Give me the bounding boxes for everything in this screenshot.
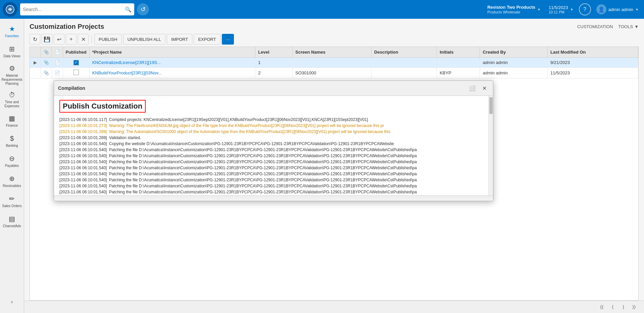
payables-icon: ⊖ xyxy=(9,154,15,163)
row-initials: KBYP xyxy=(437,67,480,78)
sidebar-item-banking[interactable]: $ Banking xyxy=(1,131,23,151)
datetime-chevron-icon: ▼ xyxy=(570,8,574,11)
col-projectname-header: *Project Name xyxy=(89,47,255,58)
company-name: Revision Two Products xyxy=(487,5,535,10)
row-screennames xyxy=(293,58,371,68)
publish-customization-title: Publish Customization xyxy=(59,100,146,113)
sidebar-expand-button[interactable]: › xyxy=(6,296,18,308)
company-selector[interactable]: Revision Two Products Products Wholesale… xyxy=(485,3,543,15)
import-button[interactable]: IMPORT xyxy=(167,34,192,45)
row-expander[interactable] xyxy=(30,67,41,78)
row-attach-icon: 📎 xyxy=(41,67,52,78)
modal-header-actions: ⬜ ✕ xyxy=(467,83,489,93)
sidebar: ★ Favorites ⊞ Data Views ⚙ Material Requ… xyxy=(0,19,24,313)
modal-header: Compilation ⬜ ✕ xyxy=(54,81,493,96)
first-page-button[interactable]: ⟨⟨ xyxy=(597,302,606,312)
log-line: [2023-11-06 06:10:01.540] Patching the f… xyxy=(59,165,488,171)
more-button[interactable]: ··· xyxy=(222,34,234,45)
row-screennames: SO301000 xyxy=(293,67,371,78)
toolbar: ↻ 💾 ↩ + ✕ PUBLISH UNPUBLISH ALL IMPORT E… xyxy=(24,32,644,47)
projects-table: 📎 📄 Published *Project Name Level Screen… xyxy=(30,47,638,78)
row-createdby: admin admin xyxy=(480,58,548,68)
sidebar-item-finance[interactable]: ▦ Finance xyxy=(1,111,23,131)
project-link[interactable]: KNBuildYourProduct[23R1][03Nov... xyxy=(92,70,162,75)
datetime-selector[interactable]: 11/5/2023 10:11 PM ▼ xyxy=(546,4,576,15)
sidebar-item-favorites[interactable]: ★ Favorites xyxy=(1,21,23,42)
prev-page-button[interactable]: ⟨ xyxy=(608,302,617,312)
undo-button[interactable]: ↩ xyxy=(54,34,64,45)
log-line: [2023-11-06 06:10:01.540] Patching the f… xyxy=(59,177,488,183)
customization-link[interactable]: CUSTOMIZATION xyxy=(577,24,613,29)
save-button[interactable]: 💾 xyxy=(42,34,52,45)
table-header-row: 📎 📄 Published *Project Name Level Screen… xyxy=(30,47,638,58)
sidebar-item-payables[interactable]: ⊖ Payables xyxy=(1,151,23,171)
log-line: [2023-11-06 06:10:01.540] Patching the f… xyxy=(59,171,488,177)
log-area: [2023-11-06 06:10:01.117] Compiled proje… xyxy=(59,117,488,195)
compilation-modal: Compilation ⬜ ✕ Publish Customization [2… xyxy=(54,80,493,201)
grid-icon: ⊞ xyxy=(9,45,15,53)
sidebar-label-timeexpenses: Time and Expenses xyxy=(2,100,22,108)
row-expander[interactable]: ▶ xyxy=(30,58,41,68)
add-button[interactable]: + xyxy=(66,34,77,45)
modal-title: Compilation xyxy=(58,85,85,91)
published-checkbox[interactable]: ✓ xyxy=(73,60,79,65)
page-header-actions: CUSTOMIZATION TOOLS ▼ xyxy=(577,24,639,29)
sidebar-item-timeexpenses[interactable]: ⏱ Time and Expenses xyxy=(1,88,23,111)
user-menu[interactable]: 👤 admin admin ▼ xyxy=(594,3,641,16)
pagination-bar: ⟨⟨ ⟨ ⟩ ⟩⟩ xyxy=(24,301,644,313)
modal-maximize-button[interactable]: ⬜ xyxy=(467,83,477,93)
channeladv-icon: ▤ xyxy=(9,215,15,223)
export-button[interactable]: EXPORT xyxy=(194,34,220,45)
page-header: Customization Projects CUSTOMIZATION TOO… xyxy=(24,19,644,32)
history-button[interactable]: ↺ xyxy=(137,3,149,15)
log-line: [2023-11-06 06:10:01.289] Warning: The A… xyxy=(59,129,488,135)
delete-button[interactable]: ✕ xyxy=(78,34,89,45)
page-title: Customization Projects xyxy=(30,23,104,30)
search-icon: 🔍 xyxy=(125,6,132,13)
row-description xyxy=(371,58,437,68)
col-file: 📄 xyxy=(52,47,63,58)
row-createdby: admin admin xyxy=(480,67,548,78)
table-row: ▶ 📎 📄 ✓ KNCentralizedLicense[23R1][19S..… xyxy=(30,58,638,68)
refresh-button[interactable]: ↻ xyxy=(30,34,40,45)
unpublish-all-button[interactable]: UNPUBLISH ALL xyxy=(123,34,165,45)
published-checkbox[interactable] xyxy=(73,70,79,75)
search-input[interactable] xyxy=(23,7,125,12)
sidebar-item-channeladv[interactable]: ▤ ChannelAdv xyxy=(1,211,23,232)
col-published-header: Published xyxy=(63,47,89,58)
tools-link[interactable]: TOOLS ▼ xyxy=(618,24,639,29)
tools-label: TOOLS xyxy=(618,24,633,29)
modal-scrollbar-thumb[interactable] xyxy=(489,97,493,114)
modal-horizontal-scroll[interactable] xyxy=(54,196,493,200)
help-button[interactable]: ? xyxy=(579,3,591,15)
sidebar-item-salesorders[interactable]: ✏ Sales Orders xyxy=(1,191,23,211)
company-sub: Products Wholesale xyxy=(487,10,535,14)
sidebar-item-dataviews[interactable]: ⊞ Data Views xyxy=(1,42,23,62)
receivables-icon: ⊕ xyxy=(9,175,15,183)
sidebar-item-receivables[interactable]: ⊕ Receivables xyxy=(1,171,23,191)
sidebar-label-salesorders: Sales Orders xyxy=(2,204,21,208)
row-projectname: KNBuildYourProduct[23R1][03Nov... xyxy=(89,67,255,78)
last-page-button[interactable]: ⟩⟩ xyxy=(629,302,639,312)
time-value: 10:11 PM xyxy=(549,10,568,14)
sidebar-label-finance: Finance xyxy=(6,124,18,128)
row-level: 2 xyxy=(255,67,293,78)
next-page-button[interactable]: ⟩ xyxy=(618,302,628,312)
finance-icon: ▦ xyxy=(9,114,15,122)
modal-close-button[interactable]: ✕ xyxy=(480,83,489,93)
tools-chevron-icon: ▼ xyxy=(634,24,639,29)
col-attach: 📎 xyxy=(41,47,52,58)
col-level-header: Level xyxy=(255,47,293,58)
row-lastmodified: 11/5/2023 xyxy=(548,67,638,78)
row-published-check[interactable] xyxy=(63,67,89,78)
row-published-check[interactable]: ✓ xyxy=(63,58,89,68)
sidebar-label-favorites: Favorites xyxy=(5,34,19,38)
company-chevron-icon: ▼ xyxy=(537,8,541,11)
project-link[interactable]: KNCentralizedLicense[23R1][19S... xyxy=(92,60,161,65)
sidebar-item-mrp[interactable]: ⚙ Material Requirements Planning xyxy=(1,62,23,88)
logo-button[interactable] xyxy=(3,2,17,17)
top-navigation: 🔍 ↺ Revision Two Products Products Whole… xyxy=(0,0,644,19)
modal-vertical-scrollbar[interactable] xyxy=(488,96,493,195)
publish-button[interactable]: PUBLISH xyxy=(94,34,122,45)
search-bar[interactable]: 🔍 xyxy=(20,3,134,15)
